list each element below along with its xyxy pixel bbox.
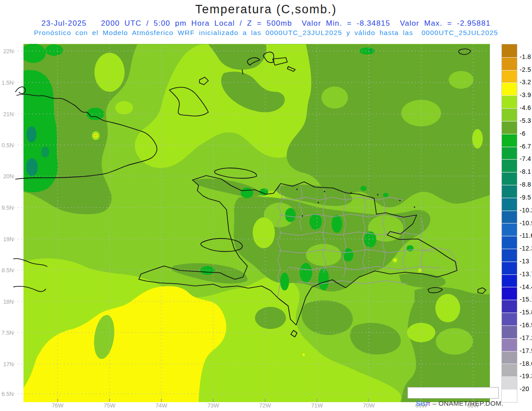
colorbar-cell [502,57,517,70]
colorbar-cell [502,134,517,147]
colorbar-cell [502,70,517,83]
lat-tick-label: 9.5N [0,204,14,211]
lat-tick-label: 19N [0,236,14,243]
colorbar-cell [502,185,517,198]
colorbar-tick-label: -7.4 [520,155,531,162]
lat-tick-label: 8.5N [0,267,14,274]
colorbar-cell [502,147,517,160]
colorbar [501,44,517,403]
colorbar-cell [502,338,517,351]
colorbar-tick-label: -5.3 [520,117,531,124]
colorbar-cell [502,211,517,223]
colorbar-tick-label: -10.9 [520,219,532,227]
colorbar-cell [502,223,517,236]
colorbar-cell [502,389,517,402]
colorbar-cell [502,376,517,389]
colorbar-tick-label: -2.5 [520,66,531,73]
colorbar-cell [502,364,517,376]
lat-tick-label: 20N [0,173,14,180]
colorbar-tick-label: -6.7 [520,143,531,150]
lat-tick-label: 0.5N [0,142,14,149]
colorbar-cell [502,300,517,313]
colorbar-cell [502,159,517,172]
temperature-shading [21,43,490,402]
colorbar-cell [502,121,517,134]
colorbar-tick-label: -20 [520,385,529,392]
valid-time-line: 23-Jul-2025 2000 UTC / 5:00 pm Hora Loca… [0,19,532,28]
lat-tick-label: 21N [0,111,14,117]
colorbar-cell [502,198,517,211]
lat-tick-label: 7.5N [0,329,14,336]
colorbar-tick-label: -17.2 [520,334,532,341]
colorbar-cell [502,236,517,249]
lat-tick-label: 18N [0,298,14,305]
colorbar-tick-label: -8.1 [520,168,531,175]
colorbar-cell [502,172,517,185]
colorbar-tick-label: -15.1 [520,296,532,303]
colorbar-tick-label: -9.5 [520,194,531,201]
colorbar-tick-label: -18.6 [520,360,532,367]
colorbar-tick-label: -1.8 [520,53,531,60]
colorbar-cell [502,262,517,274]
colorbar-tick-label: -4.6 [520,104,531,111]
colorbar-tick-label: -12.3 [520,245,532,252]
sispi-sis-label: Sis [416,399,426,407]
colorbar-tick-label: -13.7 [520,270,532,278]
colorbar-cell [502,287,517,300]
page-title: Temperatura (C,somb.) [0,3,532,16]
colorbar-tick-label: -8.8 [520,181,531,188]
colorbar-tick-label: -6 [520,130,525,137]
colorbar-cell [502,108,517,121]
colorbar-cell [502,82,517,95]
colorbar-tick-label: -3.2 [520,78,531,86]
weather-map-page: Temperatura (C,somb.) 23-Jul-2025 2000 U… [0,0,532,411]
map-canvas [13,42,492,403]
colorbar-cell [502,249,517,262]
sispi-branding-badge: Sisπ – ONAMET/REP.DOM. [407,387,499,399]
onamet-label: – ONAMET/REP.DOM. [430,399,503,407]
colorbar-cell [502,95,517,108]
colorbar-tick-label: -15.8 [520,309,532,316]
colorbar-cell [502,325,517,338]
colorbar-cell [502,313,517,325]
colorbar-tick-label: -11.6 [520,232,532,239]
colorbar-tick-label: -10.2 [520,207,532,214]
colorbar-cell [502,274,517,287]
lat-tick-label: 1.5N [0,79,14,86]
colorbar-tick-label: -3.9 [520,91,531,98]
lat-tick-label: 22N [0,48,14,55]
sispi-pi-icon: π [426,399,430,407]
colorbar-tick-label: -14.4 [520,283,532,290]
lat-tick-label: 6.5N [0,391,14,397]
lat-tick-label: 17N [0,361,14,368]
colorbar-tick-label: -17.9 [520,347,532,354]
colorbar-cell [502,351,517,364]
colorbar-cell [502,44,517,57]
model-info-line: Pronóstico con el Modelo Atmósferico WRF… [0,29,532,37]
colorbar-tick-label: -16.5 [520,321,532,329]
colorbar-tick-label: -13 [520,258,529,265]
colorbar-tick-label: -19.3 [520,372,532,380]
